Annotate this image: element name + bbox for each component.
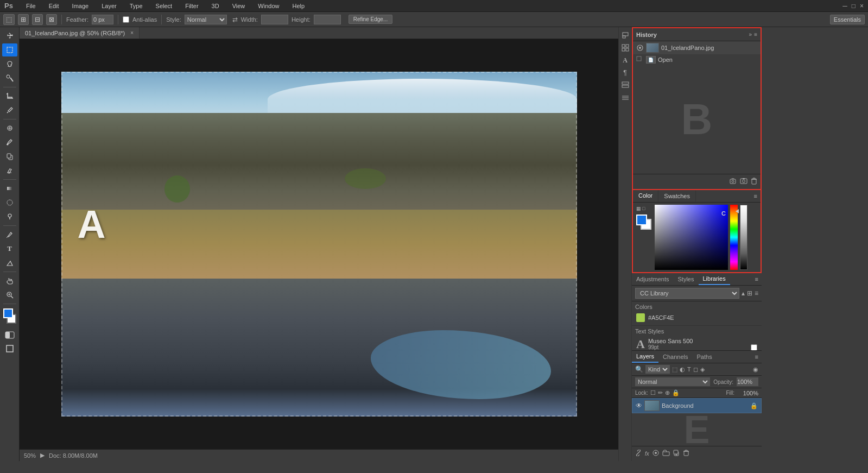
- filter-adjust-icon[interactable]: ◐: [680, 366, 685, 373]
- subtract-selection-btn[interactable]: ⊟: [32, 14, 43, 25]
- filter-shape-icon[interactable]: ◻: [693, 366, 698, 373]
- float-sample-tool[interactable]: [619, 29, 631, 41]
- lib-add-btn[interactable]: ▴: [742, 289, 745, 297]
- float-para-tool[interactable]: ¶: [619, 67, 631, 79]
- dodge-tool[interactable]: [2, 210, 17, 223]
- opacity-input[interactable]: [737, 377, 758, 386]
- float-grid-tool[interactable]: [619, 79, 631, 91]
- add-fx-btn[interactable]: fx: [645, 450, 649, 458]
- maximize-btn[interactable]: □: [852, 2, 856, 10]
- lib-list-btn[interactable]: ≡: [755, 289, 758, 297]
- library-name-select[interactable]: CC Library: [635, 288, 739, 299]
- lasso-tool[interactable]: [2, 58, 17, 71]
- menu-window[interactable]: Window: [256, 2, 281, 10]
- float-text-tool[interactable]: A: [619, 54, 631, 66]
- menu-select[interactable]: Select: [154, 2, 175, 10]
- delete-layer-btn[interactable]: [683, 450, 689, 458]
- history-expand-icon[interactable]: »: [749, 31, 752, 37]
- zoom-tool[interactable]: [2, 288, 17, 301]
- clone-tool[interactable]: [2, 150, 17, 163]
- close-btn[interactable]: ×: [860, 2, 864, 10]
- menu-image[interactable]: Image: [70, 2, 91, 10]
- lock-image-icon[interactable]: ✏: [658, 389, 663, 396]
- lock-position-icon[interactable]: ⊕: [665, 389, 670, 396]
- float-arrange-tool[interactable]: [619, 42, 631, 54]
- history-new-snapshot-btn[interactable]: [729, 177, 737, 186]
- new-group-btn[interactable]: [662, 450, 670, 458]
- anti-alias-checkbox[interactable]: [123, 16, 129, 23]
- menu-filter[interactable]: Filter: [183, 2, 200, 10]
- zoom-arrow[interactable]: ▶: [40, 452, 45, 459]
- intersect-selection-btn[interactable]: ⊠: [46, 14, 57, 25]
- height-input[interactable]: [314, 15, 341, 24]
- hue-strip[interactable]: [730, 205, 738, 270]
- brightness-strip[interactable]: [740, 205, 747, 270]
- foreground-color-swatch[interactable]: [3, 308, 13, 318]
- library-text-item[interactable]: A Museo Sans 500 99pt: [635, 337, 758, 350]
- lock-all-icon[interactable]: 🔒: [672, 389, 680, 396]
- blur-tool[interactable]: [2, 196, 17, 209]
- styles-tab[interactable]: Styles: [674, 274, 699, 285]
- libraries-menu[interactable]: ≡: [752, 276, 762, 282]
- layer-visibility-icon[interactable]: 👁: [636, 402, 642, 409]
- history-open-item[interactable]: 📄 Open: [633, 54, 761, 65]
- brush-tool[interactable]: [2, 136, 17, 149]
- paths-tab[interactable]: Paths: [693, 351, 717, 362]
- fg-color-indicator[interactable]: [636, 215, 647, 225]
- lib-text-checkbox[interactable]: [751, 344, 757, 350]
- channels-tab[interactable]: Channels: [658, 351, 692, 362]
- path-select-tool[interactable]: [2, 256, 17, 269]
- add-selection-btn[interactable]: ⊞: [18, 14, 29, 25]
- color-panel-menu[interactable]: ≡: [751, 193, 761, 199]
- crop-tool[interactable]: [2, 90, 17, 103]
- pen-tool[interactable]: [2, 228, 17, 241]
- new-selection-btn[interactable]: ⬚: [3, 14, 15, 25]
- magic-wand-tool[interactable]: [2, 72, 17, 85]
- menu-edit[interactable]: Edit: [47, 2, 61, 10]
- menu-layer[interactable]: Layer: [99, 2, 119, 10]
- close-tab-btn[interactable]: ×: [130, 30, 134, 36]
- document-tab[interactable]: 01_IcelandPano.jpg @ 50% (RGB/8*) ×: [20, 27, 140, 39]
- canvas-container[interactable]: A: [20, 39, 618, 449]
- menu-file[interactable]: File: [24, 2, 38, 10]
- add-mask-btn[interactable]: [652, 450, 659, 458]
- heal-tool[interactable]: [2, 122, 17, 135]
- history-menu-icon[interactable]: ≡: [754, 31, 757, 37]
- layers-tab[interactable]: Layers: [632, 351, 658, 363]
- history-delete-btn[interactable]: [751, 177, 757, 186]
- filter-pixel-icon[interactable]: ⬚: [672, 366, 677, 373]
- eraser-tool[interactable]: [2, 164, 17, 177]
- swatches-tab[interactable]: Swatches: [658, 191, 696, 201]
- color-tab[interactable]: Color: [633, 190, 658, 202]
- menu-help[interactable]: Help: [290, 2, 307, 10]
- type-tool[interactable]: T: [2, 242, 17, 255]
- menu-type[interactable]: Type: [128, 2, 145, 10]
- essentials-btn[interactable]: Essentials: [830, 15, 865, 24]
- width-input[interactable]: [261, 15, 288, 24]
- refine-edge-btn[interactable]: Refine Edge...: [349, 15, 392, 24]
- quick-mask-btn[interactable]: [3, 329, 17, 341]
- screen-mode-btn[interactable]: [2, 342, 17, 355]
- blend-mode-select[interactable]: Normal: [635, 377, 710, 386]
- filter-type-icon[interactable]: T: [687, 366, 691, 373]
- adjustments-tab[interactable]: Adjustments: [632, 274, 674, 285]
- fill-input[interactable]: [737, 390, 758, 396]
- new-layer-btn[interactable]: [673, 450, 680, 458]
- lib-grid-btn[interactable]: ⊞: [747, 289, 752, 297]
- eyedropper-tool[interactable]: [2, 104, 17, 117]
- hand-tool[interactable]: [2, 274, 17, 287]
- filter-toggle[interactable]: ◉: [753, 366, 758, 373]
- feather-input[interactable]: [92, 15, 113, 24]
- lock-transparent-icon[interactable]: ☐: [650, 389, 656, 396]
- menu-view[interactable]: View: [230, 2, 248, 10]
- style-select[interactable]: Normal Fixed Ratio Fixed Size: [185, 15, 227, 24]
- layers-kind-select[interactable]: Kind: [645, 365, 670, 374]
- move-tool[interactable]: [2, 29, 17, 42]
- link-layers-btn[interactable]: [635, 450, 642, 458]
- library-color-item[interactable]: #A5CF4E: [635, 312, 758, 323]
- marquee-tool[interactable]: [2, 43, 17, 56]
- gradient-tool[interactable]: [2, 182, 17, 195]
- history-camera-btn[interactable]: [740, 177, 747, 186]
- layers-panel-menu[interactable]: ≡: [752, 354, 762, 360]
- color-gradient-picker[interactable]: C: [655, 205, 728, 270]
